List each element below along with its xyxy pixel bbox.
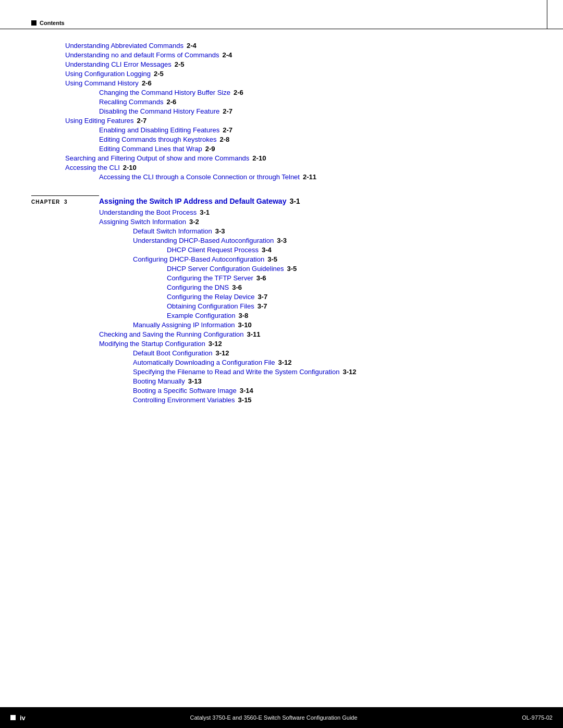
- footer-square-icon: [10, 715, 16, 720]
- toc-row: Understanding no and default Forms of Co…: [65, 51, 532, 59]
- chapter-separator: [31, 195, 99, 196]
- toc-row: Understanding DHCP-Based Autoconfigurati…: [133, 237, 532, 244]
- chapter3-title-link[interactable]: Assigning the Switch IP Address and Defa…: [99, 197, 286, 205]
- toc-link[interactable]: Specifying the Filename to Read and Writ…: [133, 368, 339, 376]
- toc-link[interactable]: Booting a Specific Software Image: [133, 387, 237, 394]
- toc-row: Checking and Saving the Running Configur…: [99, 330, 532, 338]
- toc-link[interactable]: Recalling Commands: [99, 98, 164, 106]
- toc-row: Configuring the Relay Device 3-7: [167, 293, 532, 301]
- toc-link[interactable]: Checking and Saving the Running Configur…: [99, 330, 244, 338]
- toc-link[interactable]: Configuring DHCP-Based Autoconfiguration: [133, 255, 264, 263]
- toc-row: Understanding CLI Error Messages 2-5: [65, 60, 532, 68]
- toc-row: Understanding Abbreviated Commands 2-4: [65, 42, 532, 50]
- footer-center-text: Catalyst 3750-E and 3560-E Switch Softwa…: [190, 714, 358, 721]
- toc-link[interactable]: Using Command History: [65, 79, 139, 87]
- toc-link[interactable]: Understanding Abbreviated Commands: [65, 42, 183, 50]
- chapter-label: CHAPTER: [31, 199, 60, 205]
- toc-row: Manually Assigning IP Information 3-10: [133, 321, 532, 329]
- chapter-right: Assigning the Switch IP Address and Defa…: [99, 197, 532, 205]
- toc-link[interactable]: Configuring the Relay Device: [167, 293, 254, 301]
- toc-row: Accessing the CLI 2-10: [65, 164, 532, 171]
- top-border: [0, 29, 563, 29]
- toc-row: Using Command History 2-6: [65, 79, 532, 87]
- top-right-line: [547, 0, 547, 29]
- toc-row: Configuring the TFTP Server 3-6: [167, 274, 532, 282]
- chapter3-row: CHAPTER 3 Assigning the Switch IP Addres…: [31, 197, 532, 205]
- header-label: Contents: [40, 20, 65, 26]
- toc-row: Editing Commands through Keystrokes 2-8: [99, 135, 532, 143]
- footer-page-number: iv: [20, 714, 26, 722]
- toc-link[interactable]: Searching and Filtering Output of show a…: [65, 154, 249, 162]
- toc-row: Accessing the CLI through a Console Conn…: [99, 173, 532, 181]
- toc-link[interactable]: Enabling and Disabling Editing Features: [99, 126, 219, 134]
- toc-row: DHCP Client Request Process 3-4: [167, 246, 532, 254]
- toc-link[interactable]: Example Configuration: [167, 312, 236, 319]
- toc-link[interactable]: Assigning Switch Information: [99, 218, 186, 226]
- toc-link[interactable]: Disabling the Command History Feature: [99, 107, 219, 115]
- toc-row: Obtaining Configuration Files 3-7: [167, 302, 532, 310]
- toc-row: Example Configuration 3-8: [167, 312, 532, 319]
- page-container: Contents Understanding Abbreviated Comma…: [0, 0, 563, 728]
- footer: iv Catalyst 3750-E and 3560-E Switch Sof…: [0, 707, 563, 728]
- toc-row: Configuring the DNS 3-6: [167, 283, 532, 291]
- chapter3-section: CHAPTER 3 Assigning the Switch IP Addres…: [31, 195, 532, 205]
- toc-row: Booting Manually 3-13: [133, 377, 532, 385]
- toc-section-before-chapter3: Understanding Abbreviated Commands 2-4 U…: [31, 42, 532, 181]
- toc-row: Controlling Environment Variables 3-15: [133, 396, 532, 404]
- toc-link[interactable]: Using Configuration Logging: [65, 70, 151, 78]
- toc-row: Editing Command Lines that Wrap 2-9: [99, 145, 532, 153]
- toc-row: Changing the Command History Buffer Size…: [99, 89, 532, 96]
- toc-link[interactable]: Configuring the DNS: [167, 283, 229, 291]
- footer-left: iv: [10, 714, 26, 722]
- toc-link[interactable]: Modifying the Startup Configuration: [99, 340, 205, 348]
- toc-row: Modifying the Startup Configuration 3-12: [99, 340, 532, 348]
- toc-link[interactable]: Booting Manually: [133, 377, 185, 385]
- toc-row: Disabling the Command History Feature 2-…: [99, 107, 532, 115]
- toc-row: Automatically Downloading a Configuratio…: [133, 359, 532, 366]
- toc-row: Using Configuration Logging 2-5: [65, 70, 532, 78]
- footer-right-text: OL-9775-02: [522, 714, 553, 721]
- toc-link[interactable]: Configuring the TFTP Server: [167, 274, 253, 282]
- chapter-left: CHAPTER 3: [31, 198, 99, 205]
- toc-row: Configuring DHCP-Based Autoconfiguration…: [133, 255, 532, 263]
- header-square-icon: [31, 20, 36, 26]
- toc-link[interactable]: Editing Commands through Keystrokes: [99, 135, 216, 143]
- toc-link[interactable]: Accessing the CLI: [65, 164, 120, 171]
- toc-link[interactable]: Understanding no and default Forms of Co…: [65, 51, 219, 59]
- toc-row: Default Switch Information 3-3: [133, 227, 532, 235]
- header: Contents: [31, 20, 65, 26]
- toc-link[interactable]: Changing the Command History Buffer Size: [99, 89, 230, 96]
- toc-row: Enabling and Disabling Editing Features …: [99, 126, 532, 134]
- toc-row: Assigning Switch Information 3-2: [99, 218, 532, 226]
- toc-link[interactable]: Manually Assigning IP Information: [133, 321, 235, 329]
- toc-row: Default Boot Configuration 3-12: [133, 349, 532, 357]
- toc-row: Using Editing Features 2-7: [65, 117, 532, 125]
- toc-link[interactable]: Understanding CLI Error Messages: [65, 60, 172, 68]
- toc-link[interactable]: Understanding DHCP-Based Autoconfigurati…: [133, 237, 274, 244]
- toc-row: Specifying the Filename to Read and Writ…: [133, 368, 532, 376]
- toc-link[interactable]: Understanding the Boot Process: [99, 208, 197, 216]
- toc-link[interactable]: Default Switch Information: [133, 227, 212, 235]
- toc-link[interactable]: Automatically Downloading a Configuratio…: [133, 359, 275, 366]
- toc-row: Searching and Filtering Output of show a…: [65, 154, 532, 162]
- toc-link[interactable]: Editing Command Lines that Wrap: [99, 145, 202, 153]
- toc-row: Recalling Commands 2-6: [99, 98, 532, 106]
- main-content: Understanding Abbreviated Commands 2-4 U…: [31, 42, 532, 405]
- toc-link[interactable]: Controlling Environment Variables: [133, 396, 235, 404]
- toc-link[interactable]: DHCP Client Request Process: [167, 246, 259, 254]
- toc-link[interactable]: Using Editing Features: [65, 117, 134, 125]
- toc-section-chapter3: Understanding the Boot Process 3-1 Assig…: [31, 208, 532, 404]
- toc-row: Booting a Specific Software Image 3-14: [133, 387, 532, 394]
- toc-link[interactable]: Obtaining Configuration Files: [167, 302, 254, 310]
- toc-row: DHCP Server Configuration Guidelines 3-5: [167, 265, 532, 273]
- toc-link[interactable]: DHCP Server Configuration Guidelines: [167, 265, 284, 273]
- chapter-number: 3: [64, 199, 67, 205]
- toc-link[interactable]: Default Boot Configuration: [133, 349, 212, 357]
- toc-link[interactable]: Accessing the CLI through a Console Conn…: [99, 173, 300, 181]
- toc-row: Understanding the Boot Process 3-1: [99, 208, 532, 216]
